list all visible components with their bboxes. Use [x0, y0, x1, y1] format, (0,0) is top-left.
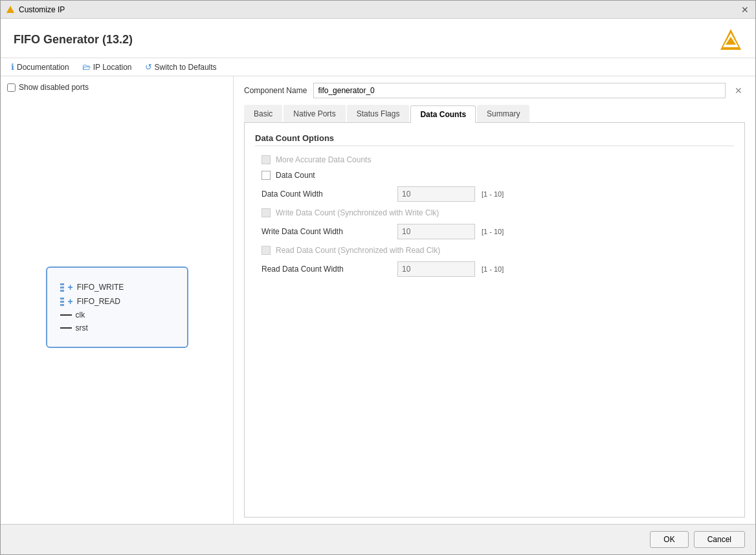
- data-count-label: Data Count: [276, 171, 315, 180]
- read-data-count-sync-label: Read Data Count (Synchronized with Read …: [276, 246, 440, 255]
- title-bar: Customize IP ✕: [1, 1, 755, 19]
- svg-marker-0: [6, 6, 14, 13]
- write-data-count-width-input[interactable]: [397, 224, 475, 239]
- fifo-read-port: + FIFO_READ: [60, 296, 174, 307]
- more-accurate-checkbox[interactable]: [261, 155, 271, 164]
- ok-button[interactable]: OK: [650, 531, 688, 548]
- read-data-count-width-row: Read Data Count Width [1 - 10]: [255, 261, 734, 277]
- srst-label: srst: [76, 323, 88, 332]
- xilinx-logo: [719, 28, 742, 51]
- data-count-checkbox[interactable]: [261, 171, 271, 180]
- tabs-bar: Basic Native Ports Status Flags Data Cou…: [244, 105, 745, 123]
- content-area: Show disabled ports + FIFO_WRITE: [1, 76, 755, 524]
- tab-status-flags[interactable]: Status Flags: [347, 105, 410, 122]
- write-plus-icon: +: [68, 282, 73, 292]
- port-line-1: [60, 283, 64, 285]
- fifo-write-port: + FIFO_WRITE: [60, 282, 174, 292]
- switch-defaults-label: Switch to Defaults: [155, 63, 217, 72]
- right-panel: Component Name ✕ Basic Native Ports Stat…: [234, 76, 755, 524]
- read-plus-icon: +: [68, 296, 73, 307]
- tab-data-counts[interactable]: Data Counts: [410, 105, 476, 123]
- port-line-2: [60, 287, 64, 288]
- show-disabled-ports-checkbox[interactable]: [7, 83, 16, 92]
- ip-location-label: IP Location: [93, 63, 132, 72]
- show-disabled-ports-row: Show disabled ports: [7, 83, 227, 92]
- port-line-6: [60, 304, 64, 306]
- port-line-3: [60, 290, 64, 292]
- write-data-count-sync-label: Write Data Count (Synchronized with Writ…: [276, 208, 439, 217]
- more-accurate-label: More Accurate Data Counts: [276, 155, 371, 164]
- port-line-4: [60, 298, 64, 299]
- port-connector-read: [60, 298, 64, 306]
- component-name-label: Component Name: [244, 86, 307, 95]
- port-line-5: [60, 301, 64, 303]
- app-title: FIFO Generator (13.2): [14, 33, 133, 47]
- close-button[interactable]: ✕: [740, 5, 750, 15]
- window-title: Customize IP: [19, 5, 65, 14]
- clk-label: clk: [76, 310, 85, 320]
- main-window: Customize IP ✕ FIFO Generator (13.2) ℹ D…: [0, 0, 756, 555]
- write-data-count-sync-checkbox[interactable]: [261, 208, 271, 217]
- read-data-count-width-input[interactable]: [397, 261, 475, 277]
- fifo-read-label: FIFO_READ: [77, 297, 120, 306]
- info-icon: ℹ: [11, 62, 14, 72]
- title-bar-left: Customize IP: [6, 5, 65, 14]
- app-icon: [6, 5, 15, 14]
- main-header: FIFO Generator (13.2): [1, 19, 755, 58]
- read-data-count-sync-row: Read Data Count (Synchronized with Read …: [255, 246, 734, 255]
- toolbar: ℹ Documentation 🗁 IP Location ↺ Switch t…: [1, 58, 755, 76]
- write-data-count-width-row: Write Data Count Width [1 - 10]: [255, 224, 734, 239]
- data-count-width-range: [1 - 10]: [482, 190, 504, 198]
- more-accurate-row: More Accurate Data Counts: [255, 155, 734, 164]
- tab-content-data-counts: Data Count Options More Accurate Data Co…: [244, 123, 745, 517]
- clk-port: clk: [60, 310, 174, 320]
- ip-location-button[interactable]: 🗁 IP Location: [82, 62, 132, 72]
- component-name-input[interactable]: [313, 83, 726, 98]
- write-data-count-width-label: Write Data Count Width: [261, 227, 391, 236]
- read-data-count-sync-checkbox[interactable]: [261, 246, 271, 255]
- documentation-button[interactable]: ℹ Documentation: [11, 62, 69, 72]
- clk-dash: [60, 314, 72, 316]
- port-connector-write: [60, 283, 64, 292]
- folder-icon: 🗁: [82, 62, 91, 72]
- data-count-row: Data Count: [255, 171, 734, 180]
- fifo-write-label: FIFO_WRITE: [77, 283, 124, 292]
- diagram-area: + FIFO_WRITE + FIFO_READ: [7, 97, 227, 517]
- tab-basic[interactable]: Basic: [244, 105, 282, 122]
- switch-defaults-button[interactable]: ↺ Switch to Defaults: [145, 62, 217, 72]
- cancel-button[interactable]: Cancel: [694, 531, 745, 548]
- read-data-count-width-label: Read Data Count Width: [261, 265, 391, 274]
- data-count-width-input[interactable]: [397, 186, 475, 202]
- srst-dash: [60, 327, 72, 329]
- write-data-count-width-range: [1 - 10]: [482, 228, 504, 235]
- write-data-count-sync-row: Write Data Count (Synchronized with Writ…: [255, 208, 734, 217]
- component-diagram: + FIFO_WRITE + FIFO_READ: [46, 267, 188, 348]
- tab-native-ports[interactable]: Native Ports: [284, 105, 345, 122]
- srst-port: srst: [60, 323, 174, 332]
- data-count-width-row: Data Count Width [1 - 10]: [255, 186, 734, 202]
- left-panel: Show disabled ports + FIFO_WRITE: [1, 76, 234, 524]
- section-title: Data Count Options: [255, 133, 734, 146]
- clear-button[interactable]: ✕: [732, 84, 745, 97]
- component-name-row: Component Name ✕: [244, 83, 745, 98]
- data-count-width-label: Data Count Width: [261, 190, 391, 199]
- footer: OK Cancel: [1, 524, 755, 554]
- read-data-count-width-range: [1 - 10]: [482, 265, 504, 273]
- show-disabled-ports-label: Show disabled ports: [19, 83, 89, 92]
- tab-summary[interactable]: Summary: [477, 105, 529, 122]
- refresh-icon: ↺: [145, 62, 152, 72]
- documentation-label: Documentation: [17, 63, 69, 72]
